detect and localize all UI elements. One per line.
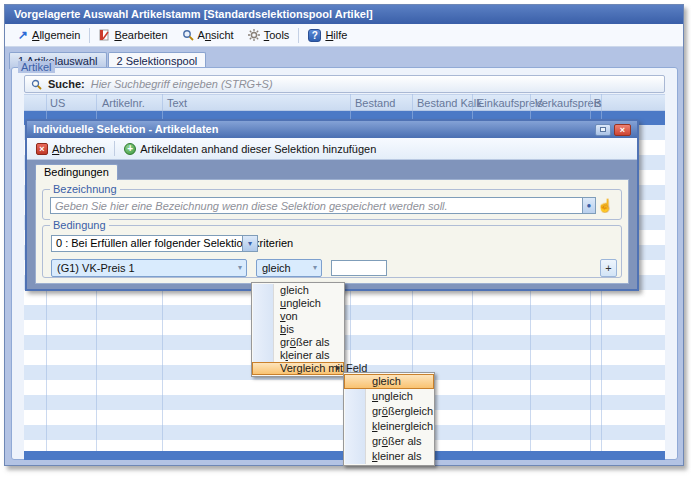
menu-item-vergleich-mit-feld[interactable]: Vergleich mit Feld xyxy=(252,362,344,375)
menu-bearbeiten-label: Bearbeiten xyxy=(114,29,167,41)
dialog-title-bar: Individuelle Selektion - Artikeldaten × xyxy=(27,121,637,138)
chevron-down-icon: ▾ xyxy=(313,260,317,276)
submenu-item-ungleich[interactable]: ungleich xyxy=(344,389,434,404)
close-button[interactable]: × xyxy=(614,124,631,136)
application-window: Vorgelagerte Auswahl Artikelstamm [Stand… xyxy=(4,4,684,466)
column-header-text[interactable]: Text xyxy=(167,97,187,109)
edit-icon xyxy=(99,29,110,41)
submenu-item-gleich[interactable]: gleich xyxy=(344,374,434,389)
bedingungen-panel: Bezeichnung ● ☝ Bedingung 0 : Bei Erfüll… xyxy=(35,179,629,284)
menu-item-von[interactable]: von xyxy=(252,310,344,323)
menu-item-gleich[interactable]: gleich xyxy=(252,284,344,297)
maximize-icon xyxy=(600,127,606,132)
bedingung-groupbox: Bedingung 0 : Bei Erfüllen aller folgend… xyxy=(42,225,622,278)
menu-item-kleiner-als[interactable]: kleiner als xyxy=(252,349,344,362)
magnifier-icon xyxy=(182,29,194,41)
menubar-separator xyxy=(298,28,299,43)
column-header-bestand[interactable]: Bestand xyxy=(355,97,395,109)
menu-hilfe[interactable]: ? Hilfe xyxy=(301,27,354,44)
menu-bar: ↗ Allgemein Bearbeiten Ansicht Tools ? H… xyxy=(5,24,683,47)
cancel-button[interactable]: × Abbrechen xyxy=(32,141,109,157)
menubar-separator xyxy=(89,28,90,43)
window-title-bar: Vorgelagerte Auswahl Artikelstamm [Stand… xyxy=(5,5,683,24)
artikel-group-label: Artikel xyxy=(18,61,55,73)
maximize-button[interactable] xyxy=(595,124,611,136)
search-placeholder-text: Hier Suchbegriff eingeben (STRG+S) xyxy=(91,78,273,90)
menu-item-bis[interactable]: bis xyxy=(252,323,344,336)
column-header-us[interactable]: US xyxy=(50,97,65,109)
column-header-artikelnr[interactable]: Artikelnr. xyxy=(102,97,145,109)
add-articles-button[interactable]: + Artikeldaten anhand dieser Selektion h… xyxy=(120,141,380,157)
submenu-item-kleiner-als[interactable]: kleiner als xyxy=(344,449,434,464)
field-compare-submenu: gleich ungleich größergleich kleinerglei… xyxy=(343,372,435,466)
gear-icon xyxy=(248,29,260,41)
bezeichnung-input[interactable] xyxy=(50,197,583,214)
bezeichnung-dropdown-button[interactable]: ● xyxy=(582,197,596,214)
submenu-item-groesser-als[interactable]: größer als xyxy=(344,434,434,449)
column-header-b[interactable]: B xyxy=(594,97,601,109)
chevron-down-icon: ▾ xyxy=(238,260,242,276)
search-icon xyxy=(31,79,42,90)
dialog-body: Bedingungen Bezeichnung ● ☝ Bedingung 0 … xyxy=(27,161,637,289)
menu-item-groesser-als[interactable]: größer als xyxy=(252,336,344,349)
bezeichnung-row: ● ☝ xyxy=(50,197,614,214)
bedingung-group-label: Bedingung xyxy=(50,219,109,231)
table-header-row[interactable]: US Artikelnr. Text Bestand Bestand Kalk.… xyxy=(24,94,665,111)
condition-row: (G1) VK-Preis 1 ▾ gleich ▾ + xyxy=(51,259,617,277)
menu-ansicht-label: Ansicht xyxy=(198,29,234,41)
close-icon: × xyxy=(620,125,625,135)
dialog-title: Individuelle Selektion - Artikeldaten xyxy=(33,121,592,138)
condition-operator-value: gleich xyxy=(262,262,291,274)
submenu-item-groessergleich[interactable]: größergleich xyxy=(344,404,434,419)
condition-field-value: (G1) VK-Preis 1 xyxy=(57,262,135,274)
tab-bedingungen[interactable]: Bedingungen xyxy=(35,164,118,180)
operator-dropdown-menu: gleich ungleich von bis größer als klein… xyxy=(251,282,345,377)
menu-tools-label: Tools xyxy=(264,29,290,41)
condition-value-input[interactable] xyxy=(331,260,387,276)
selection-dialog: Individuelle Selektion - Artikeldaten × … xyxy=(25,119,639,291)
bezeichnung-group-label: Bezeichnung xyxy=(50,183,120,195)
menu-allgemein[interactable]: ↗ Allgemein xyxy=(11,27,87,43)
column-header-bestand-kalk[interactable]: Bestand Kalk. xyxy=(417,97,485,109)
column-header-einkaufspreis[interactable]: Einkaufspreis xyxy=(477,97,543,109)
cancel-button-label: Abbrechen xyxy=(52,143,105,155)
submenu-item-kleinergleich[interactable]: kleinergleich xyxy=(344,419,434,434)
help-icon: ? xyxy=(308,29,321,42)
chevron-down-icon[interactable]: ▾ xyxy=(242,235,258,252)
menu-bearbeiten[interactable]: Bearbeiten xyxy=(92,27,174,43)
hand-pointer-icon[interactable]: ☝ xyxy=(596,199,614,212)
arrow-up-right-icon: ↗ xyxy=(18,30,28,40)
submenu-arrow-icon xyxy=(336,365,340,371)
search-bar[interactable]: Suche: Hier Suchbegriff eingeben (STRG+S… xyxy=(24,75,665,93)
menu-ansicht[interactable]: Ansicht xyxy=(175,27,241,43)
window-title: Vorgelagerte Auswahl Artikelstamm [Stand… xyxy=(14,8,373,20)
bezeichnung-groupbox: Bezeichnung ● ☝ xyxy=(42,189,622,220)
add-condition-button[interactable]: + xyxy=(600,259,617,277)
cancel-x-icon: × xyxy=(36,143,48,155)
condition-operator-combobox[interactable]: gleich ▾ xyxy=(256,259,322,277)
condition-field-combobox[interactable]: (G1) VK-Preis 1 ▾ xyxy=(51,259,247,277)
menu-hilfe-label: Hilfe xyxy=(325,29,347,41)
menu-item-ungleich[interactable]: ungleich xyxy=(252,297,344,310)
menu-tools[interactable]: Tools xyxy=(241,27,297,43)
add-articles-button-label: Artikeldaten anhand dieser Selektion hin… xyxy=(140,143,376,155)
column-header-verkaufspreis[interactable]: Verkaufspreis xyxy=(535,97,602,109)
search-label: Suche: xyxy=(48,78,85,90)
menu-allgemein-label: Allgemein xyxy=(32,29,80,41)
toolbar-separator xyxy=(114,141,115,156)
add-plus-icon: + xyxy=(124,143,136,155)
dialog-toolbar: × Abbrechen + Artikeldaten anhand dieser… xyxy=(27,138,637,160)
selection-mode-combobox[interactable]: 0 : Bei Erfüllen aller folgender Selekti… xyxy=(51,235,258,252)
